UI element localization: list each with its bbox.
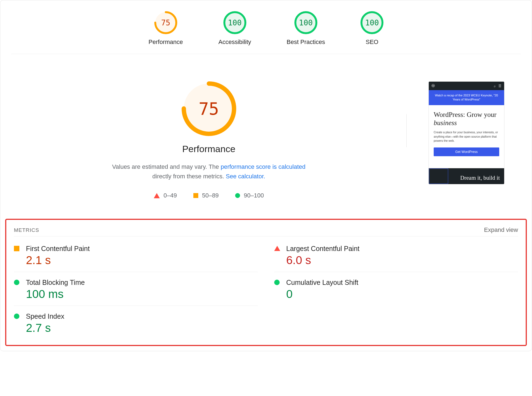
metric-speed-index[interactable]: Speed Index 2.7 s — [14, 306, 258, 339]
disclaimer-pre: Values are estimated and may vary. The — [112, 163, 220, 170]
gauge-seo[interactable]: 100 SEO — [360, 11, 383, 46]
legend-range: 50–89 — [202, 192, 219, 199]
perf-score-calc-link[interactable]: performance score is calculated — [221, 163, 306, 170]
legend-range: 0–49 — [164, 192, 177, 199]
preview-hero-title: WordPress: Grow your business — [434, 111, 499, 127]
metric-fcp[interactable]: First Contentful Paint 2.1 s — [14, 238, 258, 272]
metric-value: 100 ms — [26, 288, 258, 301]
wordpress-logo-icon: ⓦ — [431, 84, 435, 88]
gauge-label: Performance — [149, 39, 183, 46]
lighthouse-report: 75 Performance 100 Accessibility 100 Bes… — [0, 0, 532, 351]
metric-value: 2.7 s — [26, 321, 258, 335]
gauge-ring-accessibility: 100 — [223, 11, 246, 34]
circle-icon — [14, 279, 20, 301]
gauge-ring-best-practices: 100 — [294, 11, 317, 34]
search-icon: ⌕ — [494, 84, 496, 88]
hero-title-em: business — [434, 119, 457, 126]
metric-name: First Contentful Paint — [26, 245, 258, 253]
vertical-divider — [406, 114, 407, 147]
metrics-title: METRICS — [14, 227, 39, 233]
circle-icon — [235, 193, 240, 198]
metric-value: 2.1 s — [26, 254, 258, 267]
performance-summary-left: 75 Performance Values are estimated and … — [17, 81, 401, 199]
performance-summary: 75 Performance Values are estimated and … — [0, 54, 532, 215]
legend-range: 90–100 — [244, 192, 264, 199]
metric-value: 6.0 s — [286, 254, 518, 267]
page-screenshot-preview: ⓦ ⌕ ☰ Watch a recap of the 2023 WCEU Key… — [428, 81, 504, 184]
legend-pass: 90–100 — [235, 192, 264, 199]
metric-name: Largest Contentful Paint — [286, 245, 518, 253]
gauge-performance[interactable]: 75 Performance — [149, 11, 183, 46]
preview-banner: Watch a recap of the 2023 WCEU Keynote, … — [429, 90, 504, 105]
disclaimer-text: Values are estimated and may vary. The p… — [17, 162, 401, 181]
gauge-best-practices[interactable]: 100 Best Practices — [287, 11, 325, 46]
metric-value: 0 — [286, 288, 518, 301]
metric-name: Speed Index — [26, 312, 258, 320]
metric-cls[interactable]: Cumulative Layout Shift 0 — [274, 272, 518, 306]
square-icon — [193, 193, 198, 198]
big-gauge: 75 — [182, 81, 236, 136]
metric-name: Total Blocking Time — [26, 279, 258, 286]
category-gauges-row: 75 Performance 100 Accessibility 100 Bes… — [11, 0, 521, 54]
preview-top-bar: ⓦ ⌕ ☰ — [429, 82, 504, 90]
hero-title-text: WordPress: Grow your — [434, 111, 496, 118]
metric-name: Cumulative Layout Shift — [286, 279, 518, 286]
gauge-accessibility[interactable]: 100 Accessibility — [218, 11, 251, 46]
metrics-header: METRICS Expand view — [14, 226, 518, 237]
square-icon — [14, 245, 20, 267]
triangle-icon — [274, 245, 280, 267]
expand-view-toggle[interactable]: Expand view — [484, 226, 518, 234]
menu-icon: ☰ — [498, 84, 501, 88]
preview-dark-section: Dream it, build it — [429, 168, 504, 184]
disclaimer-mid: directly from these metrics. — [152, 173, 226, 180]
see-calculator-link[interactable]: See calculator. — [226, 173, 265, 180]
metrics-grid: First Contentful Paint 2.1 s Largest Con… — [14, 238, 518, 339]
legend-fail: 0–49 — [154, 192, 177, 199]
gauge-label: Accessibility — [218, 39, 251, 46]
gauge-ring-seo: 100 — [360, 11, 383, 34]
circle-icon — [14, 312, 20, 335]
gauge-label: Best Practices — [287, 39, 325, 46]
metric-lcp[interactable]: Largest Contentful Paint 6.0 s — [274, 238, 518, 272]
preview-hero: WordPress: Grow your business Create a p… — [429, 105, 504, 161]
big-gauge-label: Performance — [17, 144, 401, 154]
legend-average: 50–89 — [193, 192, 219, 199]
gauge-ring-performance: 75 — [154, 11, 177, 34]
gauge-label: SEO — [360, 39, 383, 46]
preview-hero-body: Create a place for your business, your i… — [434, 130, 499, 143]
metric-tbt[interactable]: Total Blocking Time 100 ms — [14, 272, 258, 306]
score-legend: 0–49 50–89 90–100 — [17, 192, 401, 199]
preview-cta-button: Get WordPress — [434, 147, 499, 156]
metrics-panel: METRICS Expand view First Contentful Pai… — [5, 219, 527, 346]
triangle-icon — [154, 193, 160, 198]
preview-dark-text: Dream it, build it — [460, 174, 500, 181]
circle-icon — [274, 279, 280, 301]
